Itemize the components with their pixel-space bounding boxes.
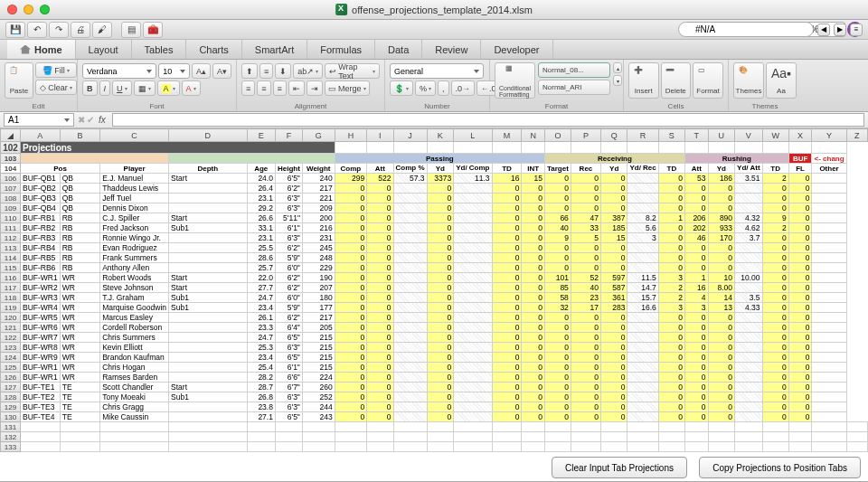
stat-cell[interactable]: 0 bbox=[427, 402, 454, 412]
stat-cell[interactable]: 0 bbox=[427, 194, 454, 203]
stat-cell[interactable]: 0 bbox=[571, 203, 600, 213]
stat-cell[interactable]: 0 bbox=[684, 194, 708, 203]
stat-cell[interactable]: 0 bbox=[571, 333, 600, 343]
col-header[interactable]: L bbox=[454, 129, 492, 142]
stat-cell[interactable]: 15 bbox=[522, 174, 545, 184]
search-input[interactable] bbox=[678, 22, 814, 37]
stat-cell[interactable]: 0 bbox=[545, 313, 571, 323]
stat-cell[interactable] bbox=[393, 213, 427, 223]
stat-cell[interactable]: 0 bbox=[335, 412, 367, 422]
stat-cell[interactable] bbox=[627, 263, 658, 273]
stat-cell[interactable]: 0 bbox=[684, 373, 708, 383]
stat-cell[interactable]: 85 bbox=[545, 283, 571, 293]
stat-cell[interactable] bbox=[454, 203, 492, 213]
stat-cell[interactable] bbox=[454, 184, 492, 194]
stat-cell[interactable]: 0 bbox=[762, 194, 788, 203]
stat-cell[interactable]: 0 bbox=[658, 353, 684, 363]
stat-cell[interactable]: 0 bbox=[427, 303, 454, 313]
stat-cell[interactable]: 0 bbox=[545, 363, 571, 373]
tab-charts[interactable]: Charts bbox=[186, 40, 241, 59]
stat-cell[interactable]: 0 bbox=[492, 263, 522, 273]
stat-cell[interactable]: 3.7 bbox=[735, 233, 762, 243]
stat-cell[interactable]: 170 bbox=[708, 233, 735, 243]
stat-cell[interactable]: 0 bbox=[522, 273, 545, 283]
table-row[interactable]: 119BUF-WR4WRMarquise GoodwinSub123.45'9"… bbox=[1, 303, 868, 313]
stat-cell[interactable]: 0 bbox=[492, 313, 522, 323]
stat-cell[interactable]: 1 bbox=[684, 273, 708, 283]
stat-cell[interactable]: 8.2 bbox=[627, 213, 658, 223]
stat-cell[interactable]: 0 bbox=[522, 402, 545, 412]
decrease-indent-button[interactable]: ⇤ bbox=[288, 80, 305, 96]
stat-cell[interactable]: 3 bbox=[658, 273, 684, 283]
stat-cell[interactable]: 0 bbox=[708, 412, 735, 422]
stat-cell[interactable]: 299 bbox=[335, 174, 367, 184]
col-header[interactable]: U bbox=[708, 129, 735, 142]
stat-cell[interactable]: 0 bbox=[492, 273, 522, 283]
stat-cell[interactable]: 0 bbox=[788, 343, 812, 353]
tab-home[interactable]: Home bbox=[7, 40, 76, 59]
toolbox-button[interactable]: 🧰 bbox=[143, 22, 163, 38]
stat-cell[interactable]: 0 bbox=[335, 203, 367, 213]
stat-cell[interactable]: 0 bbox=[522, 203, 545, 213]
stat-cell[interactable]: 4 bbox=[684, 293, 708, 303]
stat-cell[interactable]: 0 bbox=[492, 253, 522, 263]
window-close-button[interactable] bbox=[7, 5, 17, 14]
stat-cell[interactable]: 8.00 bbox=[708, 283, 735, 293]
stat-cell[interactable]: 0 bbox=[762, 253, 788, 263]
stat-cell[interactable]: 11.3 bbox=[454, 174, 492, 184]
stat-cell[interactable]: 0 bbox=[571, 323, 600, 333]
stat-cell[interactable] bbox=[627, 253, 658, 263]
stat-cell[interactable] bbox=[393, 203, 427, 213]
stat-cell[interactable]: 0 bbox=[708, 383, 735, 392]
currency-button[interactable]: 💲▾ bbox=[390, 80, 413, 96]
stat-cell[interactable]: 890 bbox=[708, 213, 735, 223]
col-header[interactable]: F bbox=[275, 129, 302, 142]
stat-cell[interactable]: 522 bbox=[367, 174, 393, 184]
stat-cell[interactable]: 0 bbox=[427, 223, 454, 233]
stat-cell[interactable]: 10.00 bbox=[735, 273, 762, 283]
stat-cell[interactable]: 0 bbox=[427, 323, 454, 333]
stat-cell[interactable]: 0 bbox=[762, 283, 788, 293]
stat-cell[interactable] bbox=[735, 243, 762, 253]
stat-cell[interactable]: 0 bbox=[708, 243, 735, 253]
stat-cell[interactable]: 0 bbox=[522, 213, 545, 223]
stat-cell[interactable]: 0 bbox=[658, 194, 684, 203]
stat-cell[interactable]: 15.7 bbox=[627, 293, 658, 303]
stat-cell[interactable] bbox=[735, 283, 762, 293]
col-header[interactable]: Y bbox=[812, 129, 846, 142]
stat-cell[interactable]: 587 bbox=[601, 283, 627, 293]
align-left-button[interactable]: ≡ bbox=[241, 80, 255, 96]
stat-cell[interactable]: 0 bbox=[335, 283, 367, 293]
stat-cell[interactable]: 0 bbox=[788, 174, 812, 184]
stat-cell[interactable]: 0 bbox=[492, 233, 522, 243]
stat-cell[interactable]: 0 bbox=[367, 402, 393, 412]
stat-cell[interactable]: 0 bbox=[788, 293, 812, 303]
stat-cell[interactable] bbox=[393, 194, 427, 203]
stat-cell[interactable]: 0 bbox=[427, 412, 454, 422]
stat-cell[interactable] bbox=[393, 293, 427, 303]
stat-cell[interactable]: 0 bbox=[492, 223, 522, 233]
stat-cell[interactable]: 0 bbox=[601, 333, 627, 343]
stat-cell[interactable]: 0 bbox=[427, 353, 454, 363]
stat-cell[interactable]: 40 bbox=[545, 223, 571, 233]
stat-cell[interactable]: 0 bbox=[367, 353, 393, 363]
stat-cell[interactable] bbox=[627, 203, 658, 213]
stat-cell[interactable]: 5.6 bbox=[627, 223, 658, 233]
col-header[interactable]: D bbox=[169, 129, 247, 142]
stat-cell[interactable]: 0 bbox=[762, 243, 788, 253]
table-row[interactable]: 130BUF-TE4TEMike Caussin27.16'5"24300000… bbox=[1, 412, 868, 422]
print-button[interactable]: 🖨 bbox=[71, 22, 90, 38]
stat-cell[interactable] bbox=[735, 373, 762, 383]
col-header[interactable]: B bbox=[60, 129, 99, 142]
stat-cell[interactable]: 0 bbox=[367, 273, 393, 283]
stat-cell[interactable]: 0 bbox=[788, 184, 812, 194]
stat-cell[interactable]: 0 bbox=[367, 213, 393, 223]
border-button[interactable]: ▦▾ bbox=[134, 80, 156, 96]
align-right-button[interactable]: ≡ bbox=[273, 80, 287, 96]
stat-cell[interactable]: 0 bbox=[522, 184, 545, 194]
stat-cell[interactable] bbox=[735, 313, 762, 323]
enter-icon[interactable]: ✔ bbox=[87, 115, 94, 125]
stat-cell[interactable]: 0 bbox=[762, 363, 788, 373]
stat-cell[interactable]: 0 bbox=[367, 233, 393, 243]
stat-cell[interactable]: 0 bbox=[658, 203, 684, 213]
